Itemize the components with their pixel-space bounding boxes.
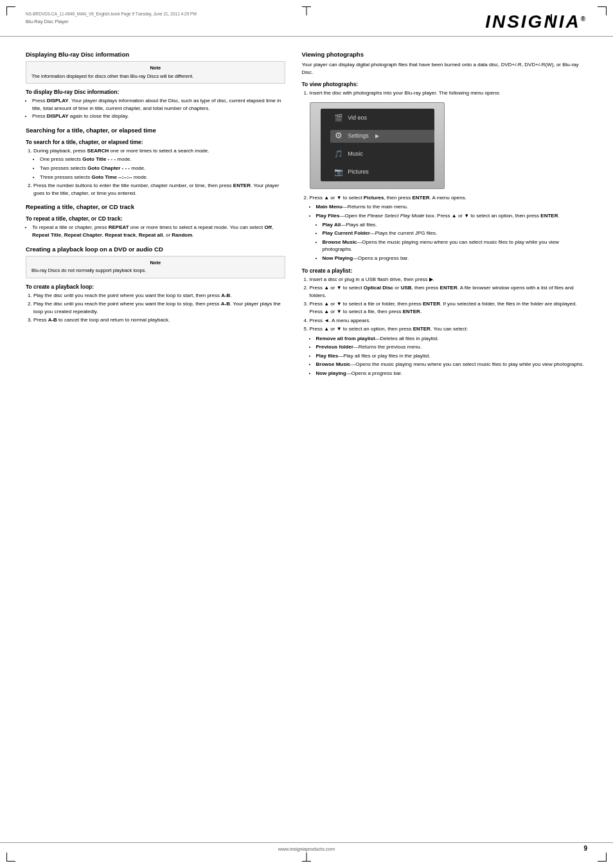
section1-heading: Displaying Blu-ray Disc information xyxy=(26,51,285,58)
section4-note-box: Note Blu-ray Discs do not normally suppo… xyxy=(26,256,285,278)
section1-sub1-heading: To display Blu-ray Disc information: xyxy=(26,89,285,95)
music-icon: 🎵 xyxy=(333,149,344,159)
corner-bl xyxy=(6,853,15,862)
list-item: Play the disc until you reach the point … xyxy=(33,300,285,315)
list-item: Press DISPLAY again to close the display… xyxy=(32,113,285,120)
list-item: Play All—Plays all files. xyxy=(323,221,587,229)
section4-heading: Creating a playback loop on a DVD or aud… xyxy=(26,246,285,253)
menu-inner: 🎬 Vid eos ⚙ Settings ▶ 🎵 Music xyxy=(321,109,434,181)
section1-note-label: Note xyxy=(31,65,280,72)
page-header: NS-BRDVD3-CA_11-0646_MAN_V6_English.book… xyxy=(0,0,613,37)
section1-sub1-list: Press DISPLAY. Your player displays info… xyxy=(26,97,285,120)
footer-url: www.insigniaproducts.com xyxy=(0,846,613,852)
list-item: Press ▲ or ▼ to select Optical Disc or U… xyxy=(310,284,587,299)
right-section1-subitems: Main Menu—Returns to the main menu. Play… xyxy=(310,203,587,262)
logo-n-bar: N xyxy=(544,12,558,32)
page-footer: www.insigniaproducts.com xyxy=(0,842,613,852)
content-area: Displaying Blu-ray Disc information Note… xyxy=(0,37,613,392)
right-section1-steps: Insert the disc with photographs into yo… xyxy=(302,89,587,262)
list-item: To repeat a title or chapter, press REPE… xyxy=(32,224,285,239)
right-section1-sub-subitems: Play All—Plays all files. Play Current F… xyxy=(316,221,587,262)
list-item: Three presses selects Goto Time --:--:--… xyxy=(40,174,285,181)
section4-sub1-heading: To create a playback loop: xyxy=(26,284,285,290)
list-item: Press ▲ or ▼ to select Pictures, then pr… xyxy=(310,194,587,262)
section-label: Blu-Ray Disc Player xyxy=(26,19,197,24)
list-item: Now playing—Opens a progress bar. xyxy=(316,370,587,377)
list-item: Play files—Play all files or play files … xyxy=(316,352,587,360)
left-column: Displaying Blu-ray Disc information Note… xyxy=(26,44,296,379)
right-section1-sub2-heading: To create a playlist: xyxy=(302,267,587,274)
list-item: Press ▲ or ▼ to select an option, then p… xyxy=(310,325,587,377)
list-item: Two presses selects Goto Chapter - - - m… xyxy=(40,165,285,172)
list-item: Previous folder—Returns the previous men… xyxy=(316,343,587,351)
center-bottom-mark xyxy=(302,853,311,862)
settings-icon: ⚙ xyxy=(333,131,344,141)
section3-heading: Repeating a title, chapter, or CD track xyxy=(26,203,285,210)
section4-note-text: Blu-ray Discs do not normally support pl… xyxy=(31,267,146,273)
list-item: During playback, press SEARCH one or mor… xyxy=(33,147,285,181)
logo-area: INSIGNIA® xyxy=(485,12,587,32)
list-item: Press ▲ or ▼ to select a file or folder,… xyxy=(310,300,587,315)
section2-subitems: One press selects Goto Title - - - mode.… xyxy=(33,156,285,181)
section1-note-box: Note The information displayed for discs… xyxy=(26,61,285,84)
file-info: NS-BRDVD3-CA_11-0646_MAN_V6_English.book… xyxy=(26,12,197,16)
section4-note-label: Note xyxy=(31,260,280,267)
menu-item-music-label: Music xyxy=(348,150,363,158)
menu-item-music: 🎵 Music xyxy=(330,148,434,161)
section1-note-text: The information displayed for discs othe… xyxy=(31,73,193,79)
logo-insignia: INSIGNIA® xyxy=(485,12,587,32)
menu-screenshot: 🎬 Vid eos ⚙ Settings ▶ 🎵 Music xyxy=(310,102,445,189)
section3-list: To repeat a title or chapter, press REPE… xyxy=(26,224,285,239)
list-item: Remove all from playlist—Deletes all fil… xyxy=(316,335,587,343)
section3-sub1-heading: To repeat a title, chapter, or CD track: xyxy=(26,215,285,222)
list-item: Press the number buttons to enter the ti… xyxy=(33,182,285,197)
settings-arrow: ▶ xyxy=(375,132,379,140)
right-section1-intro: Your player can display digital photogra… xyxy=(302,61,587,76)
list-item: Browse Music—Opens the music playing men… xyxy=(323,239,587,253)
menu-item-settings: ⚙ Settings ▶ xyxy=(330,130,434,143)
list-item: Press DISPLAY. Your player displays info… xyxy=(32,97,285,112)
right-section1-playlist-steps: Insert a disc or plug in a USB flash dri… xyxy=(302,276,587,377)
list-item: Insert the disc with photographs into yo… xyxy=(310,89,587,189)
section2-heading: Searching for a title, chapter, or elaps… xyxy=(26,127,285,134)
section2-steps: During playback, press SEARCH one or mor… xyxy=(26,147,285,197)
corner-br xyxy=(598,853,607,862)
menu-item-pictures-label: Pictures xyxy=(348,168,369,176)
header-left: NS-BRDVD3-CA_11-0646_MAN_V6_English.book… xyxy=(26,12,197,24)
list-item: Press ◄. A menu appears. xyxy=(310,317,587,325)
list-item: Press A-B to cancel the loop and return … xyxy=(33,316,285,324)
menu-item-pictures: 📷 Pictures xyxy=(330,166,434,179)
list-item: Now Playing—Opens a progress bar. xyxy=(323,255,587,262)
list-item: Play Current Folder—Plays the current JP… xyxy=(323,230,587,237)
section2-sub1-heading: To search for a title, chapter, or elaps… xyxy=(26,139,285,145)
list-item: Browse Music—Opens the music playing men… xyxy=(316,361,587,368)
list-item: One press selects Goto Title - - - mode. xyxy=(40,156,285,163)
page-container: NS-BRDVD3-CA_11-0646_MAN_V6_English.book… xyxy=(0,0,613,868)
list-item: Play the disc until you reach the point … xyxy=(33,292,285,300)
section4-steps: Play the disc until you reach the point … xyxy=(26,292,285,324)
menu-item-settings-label: Settings xyxy=(348,132,369,140)
menu-item-videos: 🎬 Vid eos xyxy=(330,112,434,125)
right-section1-sub1-heading: To view photographs: xyxy=(302,81,587,87)
list-item: Main Menu—Returns to the main menu. xyxy=(316,203,587,211)
right-column: Viewing photographs Your player can disp… xyxy=(296,44,587,379)
right-section1-playlist-subitems: Remove all from playlist—Deletes all fil… xyxy=(310,335,587,377)
videos-icon: 🎬 xyxy=(333,113,344,123)
right-section1-heading: Viewing photographs xyxy=(302,51,587,58)
pictures-icon: 📷 xyxy=(333,167,344,177)
page-number: 9 xyxy=(583,845,587,852)
list-item: Play Files—Open the Please Select Play M… xyxy=(316,212,587,262)
list-item: Insert a disc or plug in a USB flash dri… xyxy=(310,276,587,284)
menu-item-videos-label: Vid eos xyxy=(348,114,367,122)
